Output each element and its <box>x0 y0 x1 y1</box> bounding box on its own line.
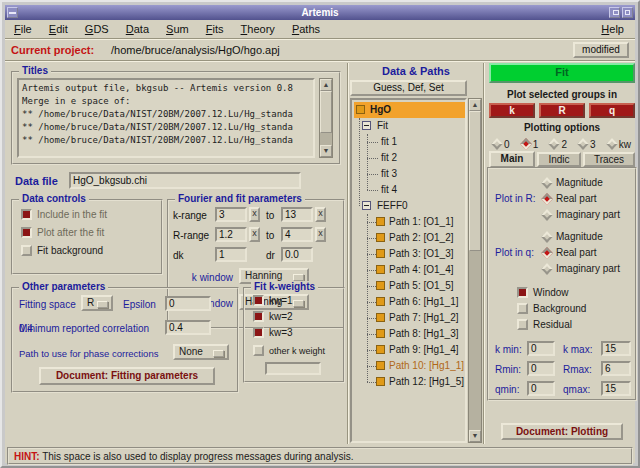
scroll-up-icon[interactable]: ▲ <box>469 99 481 111</box>
checkbox-indicator[interactable] <box>517 303 528 314</box>
tab-main[interactable]: Main <box>489 151 535 168</box>
tree-branch-feff0[interactable]: FEFF0 <box>352 198 465 214</box>
window-menu-icon[interactable] <box>7 7 18 18</box>
residual-checkbox[interactable]: Residual <box>517 319 572 330</box>
tree-item-hgo[interactable]: HgO <box>352 102 465 118</box>
epsilon-input[interactable]: 0 <box>165 296 211 311</box>
radio-indicator[interactable] <box>541 193 552 204</box>
tree-item-fit1[interactable]: fit 1 <box>352 134 465 150</box>
menu-paths[interactable]: Paths <box>285 20 327 37</box>
titles-scrollbar[interactable]: ▲ ▼ <box>319 78 333 158</box>
data-file-value[interactable]: HgO_bkgsub.chi <box>69 172 301 189</box>
collapse-icon[interactable] <box>362 121 371 130</box>
radio-indicator[interactable] <box>541 209 552 220</box>
k-range-max-pluck-button[interactable]: x <box>315 207 326 222</box>
k-range-min-pluck-button[interactable]: x <box>249 207 260 222</box>
checkbox-indicator[interactable] <box>517 319 528 330</box>
modified-button[interactable]: modified <box>573 42 629 58</box>
titlebar[interactable]: Artemis <box>5 5 635 20</box>
fitting-space-select[interactable]: R <box>81 295 113 311</box>
menu-data[interactable]: Data <box>119 20 156 37</box>
radio-indicator[interactable] <box>541 231 552 242</box>
radio-indicator[interactable] <box>541 247 552 258</box>
rmin-input[interactable]: 0 <box>527 361 555 376</box>
tree-item-fit3[interactable]: fit 3 <box>352 166 465 182</box>
min-correlation-input[interactable]: 0.4 <box>165 320 211 335</box>
menu-help[interactable]: Help <box>594 20 631 37</box>
qmax-input[interactable]: 15 <box>601 381 631 396</box>
q-real-part-radio[interactable]: Real part <box>543 247 597 258</box>
tree-item-path[interactable]: Path 4: [O1_4] <box>352 262 465 278</box>
k-range-max-input[interactable]: 13 <box>281 207 313 222</box>
menu-fits[interactable]: Fits <box>199 20 231 37</box>
kmin-input[interactable]: 0 <box>527 341 555 356</box>
tree-item-path[interactable]: Path 5: [O1_5] <box>352 278 465 294</box>
plot-r-button[interactable]: R <box>539 103 585 118</box>
menu-sum[interactable]: Sum <box>159 20 196 37</box>
fit-background-checkbox[interactable]: Fit background <box>21 245 103 256</box>
kw-radio-2[interactable]: 2 <box>550 137 567 151</box>
r-range-max-input[interactable]: 4 <box>281 227 313 242</box>
menu-theory[interactable]: Theory <box>234 20 282 37</box>
tree-item-path[interactable]: Path 2: [O1_2] <box>352 230 465 246</box>
q-imaginary-part-radio[interactable]: Imaginary part <box>543 263 620 274</box>
tree-item-path[interactable]: Path 12: [Hg1_5] <box>352 374 465 390</box>
kw3-checkbox[interactable]: kw=3 <box>253 327 293 338</box>
tree-scrollbar[interactable]: ▲ ▼ <box>468 98 482 443</box>
tree-branch-fit[interactable]: Fit <box>352 118 465 134</box>
tree-item-path[interactable]: Path 6: [Hg1_1] <box>352 294 465 310</box>
r-imaginary-part-radio[interactable]: Imaginary part <box>543 209 620 220</box>
k-range-min-input[interactable]: 3 <box>215 207 247 222</box>
phase-correction-select[interactable]: None <box>173 344 229 360</box>
r-range-max-pluck-button[interactable]: x <box>315 227 326 242</box>
checkbox-indicator[interactable] <box>21 209 32 220</box>
radio-indicator[interactable] <box>541 263 552 274</box>
titles-textarea[interactable]: Artemis output file, bkgsub -- Artemis v… <box>17 78 315 158</box>
kw1-checkbox[interactable]: kw=1 <box>253 295 293 306</box>
minimize-icon[interactable] <box>609 7 620 18</box>
tree-item-path[interactable]: Path 9: [Hg1_4] <box>352 342 465 358</box>
kw-radio-0[interactable]: 0 <box>493 137 510 151</box>
checkbox-indicator[interactable] <box>517 287 528 298</box>
r-magnitude-radio[interactable]: Magnitude <box>543 177 603 188</box>
r-range-min-input[interactable]: 1.2 <box>215 227 247 242</box>
tree-item-fit2[interactable]: fit 2 <box>352 150 465 166</box>
menu-file[interactable]: File <box>7 20 39 37</box>
data-paths-tree[interactable]: HgO Fit fit 1 fit 2 fit 3 fit 4 <box>350 98 467 443</box>
maximize-icon[interactable] <box>622 7 633 18</box>
document-fitting-parameters-button[interactable]: Document: Fitting parameters <box>39 367 215 385</box>
radio-indicator[interactable] <box>541 177 552 188</box>
radio-indicator[interactable] <box>491 138 502 149</box>
plot-q-button[interactable]: q <box>589 103 635 118</box>
background-checkbox[interactable]: Background <box>517 303 586 314</box>
guess-def-set-button[interactable]: Guess, Def, Set <box>350 80 467 96</box>
tree-item-path[interactable]: Path 8: [Hg1_3] <box>352 326 465 342</box>
document-plotting-button[interactable]: Document: Plotting <box>501 423 623 440</box>
checkbox-indicator[interactable] <box>21 245 32 256</box>
rmax-input[interactable]: 6 <box>601 361 631 376</box>
radio-indicator[interactable] <box>577 138 588 149</box>
fit-button[interactable]: Fit <box>489 63 635 83</box>
collapse-icon[interactable] <box>362 201 371 210</box>
other-kweight-input[interactable] <box>265 362 321 375</box>
q-magnitude-radio[interactable]: Magnitude <box>543 231 603 242</box>
include-fit-checkbox[interactable]: Include in the fit <box>21 209 107 220</box>
tree-item-path[interactable]: Path 1: [O1_1] <box>352 214 465 230</box>
kmax-input[interactable]: 15 <box>601 341 631 356</box>
checkbox-indicator[interactable] <box>21 227 32 238</box>
plot-k-button[interactable]: k <box>489 103 535 118</box>
checkbox-indicator[interactable] <box>253 345 264 356</box>
kw2-checkbox[interactable]: kw=2 <box>253 311 293 322</box>
kw-radio-1[interactable]: 1 <box>522 137 539 151</box>
window-checkbox[interactable]: Window <box>517 287 569 298</box>
plot-after-fit-checkbox[interactable]: Plot after the fit <box>21 227 104 238</box>
kw-radio-3[interactable]: 3 <box>579 137 596 151</box>
tree-item-path-marked[interactable]: Path 10: [Hg1_1] <box>352 358 465 374</box>
other-kweight-checkbox[interactable]: other k weight <box>253 345 325 356</box>
menu-gds[interactable]: GDS <box>78 20 116 37</box>
scroll-thumb[interactable] <box>320 91 332 133</box>
r-range-min-pluck-button[interactable]: x <box>249 227 260 242</box>
menu-edit[interactable]: Edit <box>42 20 75 37</box>
checkbox-indicator[interactable] <box>253 327 264 338</box>
radio-indicator[interactable] <box>549 138 560 149</box>
